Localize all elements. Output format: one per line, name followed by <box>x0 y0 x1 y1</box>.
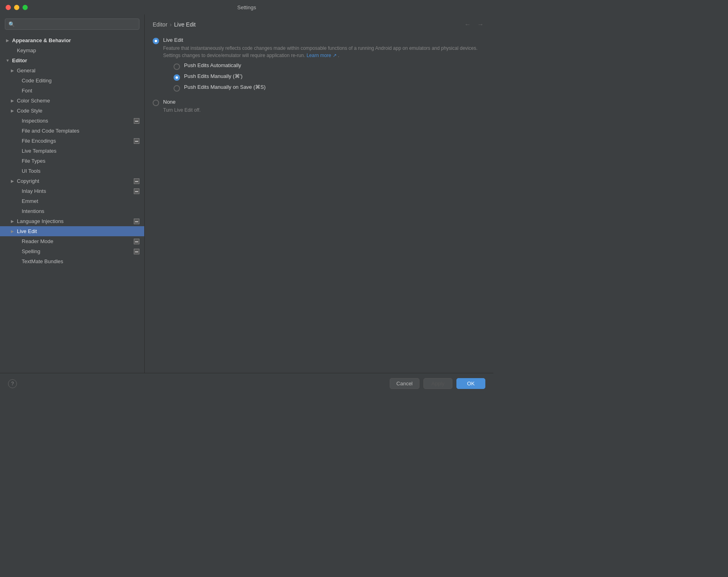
sidebar-label-file-types: File Types <box>22 158 139 164</box>
nav-back-arrow[interactable]: ← <box>463 20 472 29</box>
search-input[interactable] <box>5 18 139 30</box>
sidebar-label-live-templates: Live Templates <box>22 148 139 154</box>
maximize-button[interactable] <box>22 5 28 10</box>
minimize-button[interactable] <box>14 5 19 10</box>
ok-button[interactable]: OK <box>456 378 485 389</box>
chevron-icon-reader-mode <box>14 239 20 244</box>
sidebar-label-textmate-bundles: TextMate Bundles <box>22 258 139 264</box>
chevron-icon-copyright: ▶ <box>10 178 15 184</box>
chevron-icon-inlay-hints <box>14 188 20 194</box>
sidebar-item-live-edit[interactable]: ▶Live Edit <box>0 226 144 236</box>
none-label: None <box>163 99 485 105</box>
live-edit-description: Feature that instantaneously reflects co… <box>163 45 485 59</box>
content-scroll: Live Edit Feature that instantaneously r… <box>145 33 493 373</box>
live-edit-radio[interactable] <box>153 38 159 44</box>
sidebar-label-font: Font <box>22 88 139 94</box>
sidebar: ▶Appearance & BehaviorKeymap▼Editor▶Gene… <box>0 14 145 373</box>
chevron-icon-code-editing <box>14 78 20 84</box>
help-button[interactable]: ? <box>8 379 17 388</box>
breadcrumb-current: Live Edit <box>174 21 196 28</box>
sidebar-item-code-style[interactable]: ▶Code Style <box>0 106 144 116</box>
sidebar-label-reader-mode: Reader Mode <box>22 238 134 244</box>
close-button[interactable] <box>6 5 11 10</box>
sidebar-label-file-encodings: File Encodings <box>22 138 134 144</box>
chevron-icon-keymap <box>10 48 15 53</box>
sidebar-item-intentions[interactable]: Intentions <box>0 206 144 216</box>
chevron-icon-spelling <box>14 249 20 254</box>
live-edit-content: Live Edit Feature that instantaneously r… <box>163 37 485 95</box>
apply-button[interactable]: Apply <box>423 378 452 389</box>
label-push-auto: Push Edits Automatically <box>184 62 241 68</box>
sidebar-item-general[interactable]: ▶General <box>0 65 144 76</box>
partial-icon-file-encodings: ▬ <box>134 138 139 144</box>
sidebar-nav: ▶Appearance & BehaviorKeymap▼Editor▶Gene… <box>0 34 144 373</box>
sidebar-item-spelling[interactable]: Spelling▬ <box>0 246 144 256</box>
chevron-icon-live-edit: ▶ <box>10 229 15 234</box>
chevron-icon-appearance-behavior: ▶ <box>5 38 10 43</box>
breadcrumb-separator: › <box>170 21 172 28</box>
live-edit-main-option: Live Edit Feature that instantaneously r… <box>153 37 485 95</box>
chevron-icon-font <box>14 88 20 94</box>
sidebar-item-ui-tools[interactable]: UI Tools <box>0 166 144 176</box>
radio-push-auto[interactable] <box>174 63 180 70</box>
chevron-icon-inspections <box>14 118 20 124</box>
none-radio[interactable] <box>153 100 159 106</box>
chevron-icon-file-code-templates <box>14 128 20 134</box>
sidebar-label-code-style: Code Style <box>17 108 139 114</box>
radio-push-manually[interactable] <box>174 74 180 81</box>
sidebar-item-inlay-hints[interactable]: Inlay Hints▬ <box>0 186 144 196</box>
radio-push-on-save[interactable] <box>174 85 180 92</box>
window-controls[interactable] <box>6 5 28 10</box>
nav-arrows: ← → <box>463 20 485 29</box>
chevron-icon-intentions <box>14 209 20 214</box>
sidebar-item-live-templates[interactable]: Live Templates <box>0 146 144 156</box>
sidebar-item-color-scheme[interactable]: ▶Color Scheme <box>0 96 144 106</box>
sidebar-item-copyright[interactable]: ▶Copyright▬ <box>0 176 144 186</box>
chevron-icon-live-templates <box>14 148 20 154</box>
desc-end: . <box>338 53 339 58</box>
sidebar-label-editor: Editor <box>12 57 139 63</box>
bottom-bar: ? Cancel Apply OK <box>0 373 493 394</box>
chevron-icon-textmate-bundles <box>14 259 20 264</box>
chevron-icon-editor: ▼ <box>5 58 10 63</box>
sidebar-item-code-editing[interactable]: Code Editing <box>0 76 144 86</box>
partial-icon-language-injections: ▬ <box>134 219 139 224</box>
sidebar-item-emmet[interactable]: Emmet <box>0 196 144 206</box>
sidebar-label-color-scheme: Color Scheme <box>17 98 139 104</box>
sidebar-label-live-edit: Live Edit <box>17 228 139 234</box>
partial-icon-spelling: ▬ <box>134 249 139 254</box>
partial-icon-inlay-hints: ▬ <box>134 188 139 194</box>
label-push-on-save: Push Edits Manually on Save (⌘S) <box>184 84 266 90</box>
sidebar-label-code-editing: Code Editing <box>22 78 139 84</box>
chevron-icon-file-encodings <box>14 138 20 144</box>
sidebar-label-general: General <box>17 68 139 74</box>
sidebar-item-reader-mode[interactable]: Reader Mode▬ <box>0 236 144 246</box>
none-content: None Turn Live Edit off. <box>163 99 485 114</box>
sidebar-item-file-encodings[interactable]: File Encodings▬ <box>0 136 144 146</box>
cancel-button[interactable]: Cancel <box>390 378 419 389</box>
sidebar-label-appearance-behavior: Appearance & Behavior <box>12 37 139 43</box>
sidebar-item-keymap[interactable]: Keymap <box>0 45 144 55</box>
sidebar-item-file-types[interactable]: File Types <box>0 156 144 166</box>
chevron-icon-code-style: ▶ <box>10 108 15 114</box>
title-bar: Settings <box>0 0 493 14</box>
sidebar-item-editor[interactable]: ▼Editor <box>0 55 144 65</box>
sub-option-push-on-save: Push Edits Manually on Save (⌘S) <box>174 84 485 92</box>
sidebar-label-copyright: Copyright <box>17 178 134 184</box>
chevron-icon-language-injections: ▶ <box>10 219 15 224</box>
sidebar-item-language-injections[interactable]: ▶Language Injections▬ <box>0 216 144 226</box>
sidebar-label-language-injections: Language Injections <box>17 218 134 224</box>
learn-more-link[interactable]: Learn more ↗ <box>307 53 337 58</box>
nav-forward-arrow[interactable]: → <box>476 20 485 29</box>
live-edit-label: Live Edit <box>163 37 485 43</box>
sidebar-item-font[interactable]: Font <box>0 86 144 96</box>
sidebar-item-textmate-bundles[interactable]: TextMate Bundles <box>0 256 144 266</box>
sidebar-item-appearance-behavior[interactable]: ▶Appearance & Behavior <box>0 35 144 45</box>
breadcrumb-parent: Editor <box>153 21 168 28</box>
breadcrumb: Editor › Live Edit <box>153 21 196 28</box>
sidebar-item-file-code-templates[interactable]: File and Code Templates <box>0 126 144 136</box>
sidebar-label-keymap: Keymap <box>17 47 139 53</box>
sidebar-item-inspections[interactable]: Inspections▬ <box>0 116 144 126</box>
sidebar-label-intentions: Intentions <box>22 208 139 214</box>
sidebar-label-ui-tools: UI Tools <box>22 168 139 174</box>
